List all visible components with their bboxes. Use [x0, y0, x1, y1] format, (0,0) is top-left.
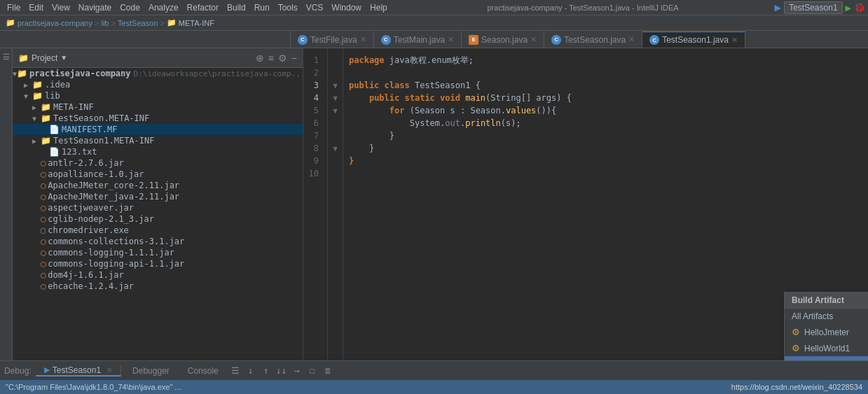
breadcrumb-project[interactable]: practisejava-company [18, 19, 92, 27]
structure-icon[interactable]: ☰ [1, 51, 12, 62]
debug-tab-close[interactable]: ✕ [106, 366, 112, 374]
jar-icon-dom4j: ◯ [41, 270, 46, 280]
toolbar-btn3[interactable]: ↑ [259, 364, 273, 378]
fold-btn-3[interactable]: ▼ [328, 79, 343, 92]
tab-season-close[interactable]: ✕ [530, 35, 537, 44]
tree-item-lib[interactable]: ▼ 📁 lib [13, 90, 303, 101]
sidebar-dropdown-icon[interactable]: ▼ [60, 54, 67, 62]
tree-item-testseason1-meta[interactable]: ▶ 📁 TestSeason1.META-INF [13, 135, 303, 146]
toolbar-btn5[interactable]: → [290, 364, 304, 378]
run-config-selector[interactable]: TestSeason1 [784, 1, 842, 14]
tree-item-testseason-meta[interactable]: ▼ 📁 TestSeason.META-INF [13, 113, 303, 124]
toolbar-btn2[interactable]: ↓ [244, 364, 258, 378]
fold-btn-8[interactable]: ▼ [328, 142, 343, 155]
menu-help[interactable]: Help [366, 3, 392, 13]
tab-season[interactable]: E Season.java ✕ [462, 31, 544, 48]
tab-testmain-label: TestMain.java [394, 35, 445, 45]
tree-item-cglib[interactable]: ◯ cglib-nodep-2.1_3.jar [13, 213, 303, 225]
jar-icon-ehcache: ◯ [41, 281, 46, 291]
tree-item-chrome[interactable]: ▢ chromedriver.exe [13, 225, 303, 236]
fold-btn-5[interactable]: ▼ [328, 104, 343, 117]
code-line-8: } [349, 142, 862, 155]
toolbar-btn4[interactable]: ↓↓ [275, 364, 289, 378]
menu-code[interactable]: Code [116, 3, 144, 13]
metainf-icon: 📁 [41, 102, 51, 112]
gutter: ▼ ▼ ▼ ▼ [328, 48, 343, 360]
menu-file[interactable]: File [3, 3, 25, 13]
sidebar-sync-icon[interactable]: ⊕ [256, 52, 264, 64]
lib-label: lib [45, 91, 60, 101]
toolbar-btn1[interactable]: ☰ [228, 364, 242, 378]
popup-item-helloworld1[interactable]: ⚙ HelloWorld1 ▶ [785, 340, 868, 356]
debug-button[interactable]: 🐞 [854, 2, 865, 13]
jar-icon-jmeterjava: ◯ [41, 192, 46, 202]
blog-link[interactable]: https://blog.csdn.net/weixin_40228534 [731, 383, 862, 391]
menu-navigate[interactable]: Navigate [74, 3, 116, 13]
run-button[interactable]: ▶ [846, 2, 851, 13]
tab-testseason-close[interactable]: ✕ [628, 35, 635, 44]
popup-item-all-artifacts[interactable]: All Artifacts ▶ [785, 309, 868, 324]
sidebar-config-icon[interactable]: ≡ [268, 52, 274, 64]
root-path: D:\ideaworksapce\practisejava-comp... [134, 69, 303, 78]
tree-item-root[interactable]: ▼ 📁 practisejava-company D:\ideaworksapc… [13, 68, 303, 79]
menu-vcs[interactable]: VCS [302, 3, 328, 13]
tree-item-apachejmeter-java[interactable]: ◯ ApacheJMeter_java-2.11.jar [13, 191, 303, 202]
tree-item-ehcache[interactable]: ◯ ehcache-1.2.4.jar [13, 281, 303, 292]
menu-build[interactable]: Build [223, 3, 250, 13]
tree-item-antlr[interactable]: ◯ antlr-2.7.6.jar [13, 157, 303, 169]
fold-btn-4[interactable]: ▼ [328, 92, 343, 104]
tree-item-aspectj[interactable]: ◯ aspectjweaver.jar [13, 202, 303, 213]
menu-analyze[interactable]: Analyze [144, 3, 183, 13]
breadcrumb-metainf[interactable]: META-INF [179, 19, 214, 27]
sidebar-minimize-icon[interactable]: − [291, 52, 297, 64]
menu-run[interactable]: Run [250, 3, 274, 13]
tab-testseason1-close[interactable]: ✕ [731, 36, 738, 45]
tree-item-commons-log[interactable]: ◯ commons-logging-1.1.1.jar [13, 247, 303, 258]
tab-testseason1-label: TestSeason1.java [662, 35, 729, 45]
breadcrumb-testseason[interactable]: TestSeason [118, 19, 158, 27]
aspectj-label: aspectjweaver.jar [48, 203, 134, 213]
menu-view[interactable]: View [48, 3, 74, 13]
sidebar-title-icon: 📁 [18, 53, 29, 63]
tab-testseason1-icon: C [649, 35, 659, 45]
tab-testfile[interactable]: C TestFile.java ✕ [291, 31, 374, 48]
folder-meta-icon: 📁 [167, 18, 177, 27]
tree-item-manifest[interactable]: 📄 MANIFEST.MF [13, 124, 303, 135]
menu-edit[interactable]: Edit [25, 3, 48, 13]
toolbar-btn7[interactable]: ≣ [321, 364, 335, 378]
sidebar-settings-icon[interactable]: ⚙ [278, 52, 287, 64]
menu-tools[interactable]: Tools [274, 3, 302, 13]
sidebar-header: 📁 Project ▼ ⊕ ≡ ⚙ − [13, 48, 303, 68]
toolbar-btn6[interactable]: ☐ [305, 364, 319, 378]
popup-item-hellojmeter[interactable]: ⚙ HelloJmeter ▶ [785, 324, 868, 340]
tab-testmain[interactable]: C TestMain.java ✕ [374, 31, 462, 48]
breadcrumb-lib[interactable]: lib [101, 19, 109, 27]
tree-item-dom4j[interactable]: ◯ dom4j-1.6.1.jar [13, 269, 303, 281]
idea-label: .idea [45, 80, 70, 90]
tree-item-commons-log-api[interactable]: ◯ commons-logging-api-1.1.jar [13, 258, 303, 269]
tab-testfile-label: TestFile.java [310, 35, 357, 45]
jump-to-icon[interactable]: ▶ [775, 1, 782, 14]
tree-item-apachejmeter-core[interactable]: ◯ ApacheJMeter_core-2.11.jar [13, 180, 303, 191]
tab-testmain-close[interactable]: ✕ [448, 35, 454, 44]
toolbar-console-tab[interactable]: Console [179, 366, 227, 376]
tab-bar: C TestFile.java ✕ C TestMain.java ✕ E Se… [0, 31, 868, 48]
tree-item-commons-col[interactable]: ◯ commons-collections-3.1.jar [13, 236, 303, 247]
idea-icon: 📁 [32, 80, 43, 90]
tab-testseason[interactable]: C TestSeason.java ✕ [544, 31, 642, 48]
tree-item-metainf[interactable]: ▶ 📁 META-INF [13, 101, 303, 113]
tree-item-aop[interactable]: ◯ aopalliance-1.0.jar [13, 169, 303, 180]
tab-testseason1[interactable]: C TestSeason1.java ✕ [642, 31, 745, 48]
testseason1-meta-icon: 📁 [41, 136, 51, 146]
tree-item-idea[interactable]: ▶ 📁 .idea [13, 79, 303, 90]
popup-item-practisejava[interactable]: ⚙ practisejava-company.jar ▶ [785, 356, 868, 360]
metainf-arrow: ▶ [32, 104, 41, 111]
menu-refactor[interactable]: Refactor [183, 3, 223, 13]
tree-item-123txt[interactable]: 📄 123.txt [13, 146, 303, 157]
debug-tab-testseason1[interactable]: ▶ TestSeason1 ✕ [36, 365, 121, 377]
breadcrumb: 📁 practisejava-company > lib > TestSeaso… [0, 15, 868, 31]
tab-testfile-close[interactable]: ✕ [360, 35, 366, 44]
tab-testseason-label: TestSeason.java [564, 35, 626, 45]
toolbar-debugger-tab[interactable]: Debugger [124, 366, 178, 376]
menu-window[interactable]: Window [327, 3, 366, 13]
